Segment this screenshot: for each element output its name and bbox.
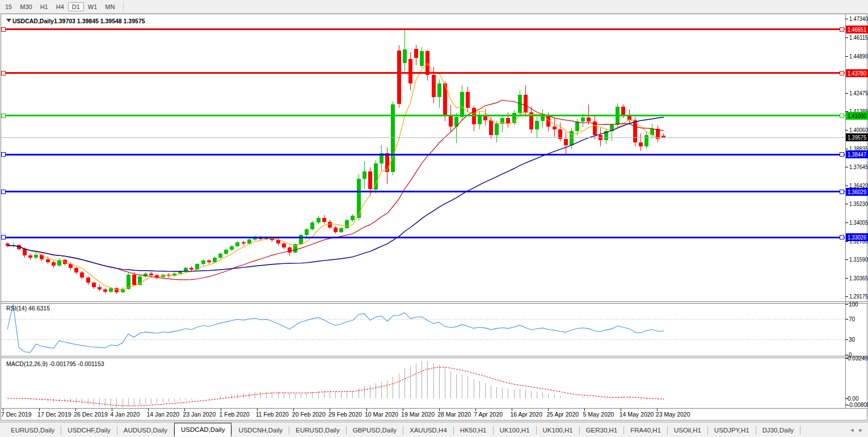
symbol-tabbar: EURUSD,DailyUSDCHF,DailyAUDUSD,DailyUSDC… [0,422,868,437]
tf-button-h4[interactable]: H4 [52,2,68,11]
tab-usdchf-daily[interactable]: USDCHF,Daily [61,423,116,437]
candle-body [553,127,557,130]
date-tick-label: 5 May 2020 [583,411,614,418]
tab-eurusd-daily[interactable]: EURUSD,Daily [289,423,345,437]
date-tick-label: 19 Mar 2020 [401,411,435,418]
price-tick-label: 1.44890 [849,53,868,60]
hline-anchor[interactable] [2,27,6,31]
candle-body [535,121,539,129]
tf-button-15[interactable]: 15 [1,2,16,11]
candle-body [242,242,246,243]
candle-body [115,288,119,293]
hline-anchor[interactable] [840,71,844,75]
candle-body [506,118,510,123]
candle-body [322,218,326,222]
tab-ger30-h1[interactable]: GER30,H1 [580,423,624,437]
tf-button-h1[interactable]: H1 [36,2,52,11]
toolbar-divider [123,2,124,11]
hline-anchor[interactable] [2,236,6,239]
date-tick-label: 4 Jan 2020 [110,411,140,418]
candle-body [230,246,234,250]
price-badge-label: 1.46651 [848,27,866,33]
candle-body [305,229,309,234]
candle-body [639,142,643,146]
timeframe-toolbar: 15M30H1H4D1W1MN [0,0,868,14]
candle-body [23,249,27,255]
date-tick-label: 25 Apr 2020 [547,411,579,418]
tab-gbpusd-daily[interactable]: GBPUSD,Daily [347,423,403,437]
tab-usoil-h1[interactable]: USOil,H1 [668,423,707,437]
tab-eurusd-daily[interactable]: EURUSD,Daily [5,423,61,437]
hline-anchor[interactable] [840,153,844,157]
tab-uk100-h1[interactable]: UK100,H1 [494,423,536,437]
tab-usdcad-daily[interactable]: USDCAD,Daily [174,423,231,436]
price-tick-label: 1.42475 [849,90,868,96]
timeframe-buttons: 15M30H1H4D1W1MN [0,2,119,11]
price-badge-label: 1.43780 [848,70,866,77]
hline-anchor[interactable] [840,190,844,194]
candle-body [432,75,436,97]
date-tick-label: 11 Feb 2020 [256,411,289,418]
tab-usdcnh-daily[interactable]: USDCNH,Daily [232,423,289,437]
hline-anchor[interactable] [2,190,6,194]
candle-body [374,163,378,190]
chart-canvas[interactable]: 10070300 0.0324930.00-0.00808 1.473401.4… [0,0,868,437]
candle-body [460,92,464,117]
date-tick-label: 7 Apr 2020 [474,411,503,418]
candle-body [661,136,665,137]
candle-body [282,243,286,247]
macd-tick-label: -0.00808 [848,402,868,408]
candle-body [109,288,113,292]
tab-uk100-h1[interactable]: UK100,H1 [537,423,579,437]
hline-anchor[interactable] [2,153,6,157]
candle-body [345,220,349,228]
candle-body [52,262,56,266]
candle-body [247,239,251,244]
candle-body [98,287,102,289]
tabs-scroll-right-icon[interactable]: ▸ [859,426,862,434]
candle-body [310,222,314,229]
date-tick-label: 7 Dec 2019 [1,411,32,418]
candle-body [328,222,332,228]
chart-title-symbol: USDCAD,Daily [12,18,54,24]
tf-button-w1[interactable]: W1 [84,2,102,11]
candle-body [207,260,211,262]
hline-anchor[interactable] [840,114,844,117]
price-tick-label: 1.46115 [849,35,868,41]
candle-body [524,95,528,112]
hline-anchor[interactable] [840,27,844,31]
rsi-label: RSI(14) 46.6315 [6,305,50,312]
tab-audusd-daily[interactable]: AUDUSD,Daily [117,423,174,437]
candle-body [132,275,136,285]
date-tick-label: 26 Dec 2019 [74,411,108,418]
candle-body [74,268,78,272]
candle-body [334,228,338,232]
price-badge-label: 1.36029 [848,189,866,195]
tabs-scroll-controls: ◂ ▸ [845,426,868,434]
candle-body [633,120,637,142]
candle-body [351,216,355,220]
candle-body [149,274,153,276]
date-tick-label: 1 Feb 2020 [220,411,250,418]
tab-fra40-h1[interactable]: FRA40,H1 [624,423,667,437]
tabs-scroll-left-icon[interactable]: ◂ [850,426,854,434]
price-tick-label: 1.34005 [849,220,868,226]
date-tick-label: 28 Mar 2020 [437,411,471,418]
rsi-tick-label: 70 [849,316,856,322]
price-tick-label: 1.30365 [849,275,868,281]
tab-dj30-daily[interactable]: DJ30,Daily [756,423,800,437]
tab-xauusd-h4[interactable]: XAUUSD,H4 [403,423,453,437]
candle-body [644,135,648,146]
tf-button-m30[interactable]: M30 [16,2,36,11]
tf-button-d1[interactable]: D1 [68,2,84,11]
tf-button-mn[interactable]: MN [101,2,119,11]
hline-anchor[interactable] [2,71,6,75]
price-tick-label: 1.29175 [849,293,868,300]
candle-body [408,59,412,83]
price-tick-label: 1.37645 [849,164,868,170]
hline-anchor[interactable] [2,114,6,117]
tab-hk50-h1[interactable]: HK50,H1 [454,423,493,437]
hline-anchor[interactable] [840,236,844,239]
candle-body [391,104,395,173]
tab-usdjpy-h1[interactable]: USDJPY,H1 [708,423,756,437]
